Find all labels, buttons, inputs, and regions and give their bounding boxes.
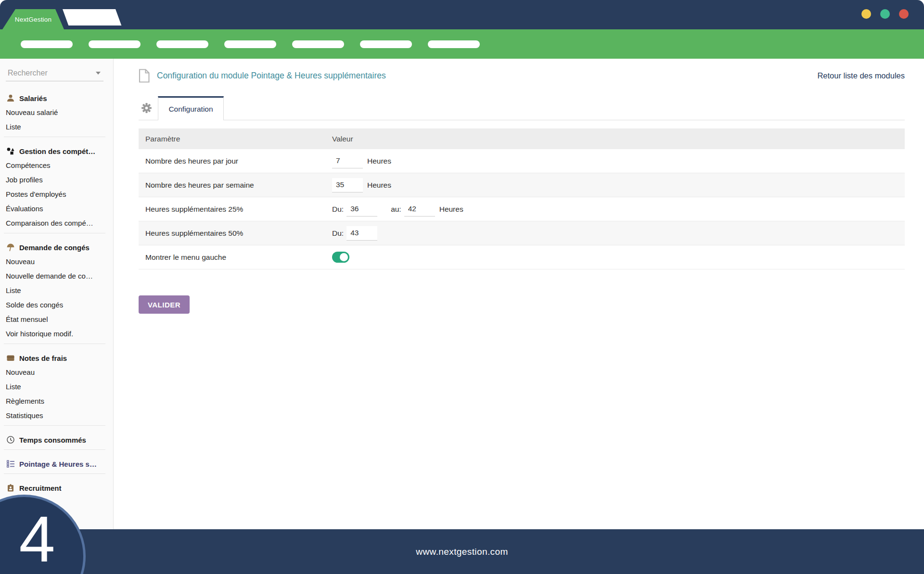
sidebar-divider — [4, 137, 105, 137]
table-header: Paramètre Valeur — [139, 128, 905, 149]
hours-per-day-input[interactable] — [332, 154, 363, 168]
param-label: Heures supplémentaires 25% — [139, 205, 331, 214]
hours-per-week-input[interactable] — [332, 178, 363, 192]
footer-url: www.nextgestion.com — [416, 547, 508, 557]
sidebar-section-label: Recruitment — [19, 484, 62, 492]
badge-icon — [6, 484, 15, 493]
page-title: Configuration du module Pointage & Heure… — [157, 71, 386, 81]
sidebar-section-pointage[interactable]: Pointage & Heures s… — [6, 457, 113, 471]
toggle-knob — [340, 253, 348, 261]
sidebar-item[interactable]: Nouvelle demande de co… — [6, 269, 113, 283]
unit-label: Heures — [367, 181, 391, 190]
du-label: Du: — [332, 205, 344, 214]
sidebar-divider — [4, 233, 105, 233]
overtime25-from-input[interactable] — [346, 202, 377, 217]
sidebar-section-competences[interactable]: Gestion des compét… — [6, 144, 113, 158]
shapes-icon — [6, 147, 15, 156]
menu-pill[interactable] — [156, 40, 208, 48]
overtime50-from-input[interactable] — [346, 226, 377, 241]
table-row: Heures supplémentaires 25% Du: au: Heure… — [139, 197, 905, 221]
chevron-down-icon — [96, 72, 101, 75]
window-dot-red[interactable] — [899, 9, 909, 19]
sidebar-divider — [4, 344, 105, 344]
menu-pill[interactable] — [21, 40, 73, 48]
au-label: au: — [391, 205, 401, 214]
param-label: Montrer le menu gauche — [139, 253, 331, 262]
unit-label: Heures — [367, 157, 391, 166]
clock-icon — [6, 435, 15, 445]
window-dot-yellow[interactable] — [861, 9, 871, 19]
window-dot-teal[interactable] — [880, 9, 890, 19]
menu-pill[interactable] — [292, 40, 344, 48]
column-header-parametre: Paramètre — [139, 135, 331, 143]
overtime25-to-input[interactable] — [404, 202, 435, 217]
sidebar-divider — [4, 425, 105, 426]
redacted-nav-block — [63, 9, 121, 26]
window-dots — [861, 9, 909, 19]
sidebar-item[interactable]: État mensuel — [6, 312, 113, 327]
umbrella-icon — [6, 243, 15, 252]
sidebar-item[interactable]: Job profiles — [6, 173, 113, 187]
sidebar-item[interactable]: Postes d'employés — [6, 187, 113, 202]
sidebar-item[interactable]: Liste — [6, 283, 113, 298]
valider-button[interactable]: VALIDER — [139, 295, 190, 314]
sidebar-item[interactable]: Statistiques — [6, 408, 113, 423]
sidebar-section-label: Demande de congés — [19, 243, 90, 252]
table-row: Nombre des heures par semaine Heures — [139, 173, 905, 197]
sidebar-section-label: Temps consommés — [19, 436, 86, 444]
file-icon — [139, 69, 150, 83]
sidebar-section-salaries[interactable]: Salariés — [6, 91, 113, 105]
footer: www.nextgestion.com — [0, 529, 924, 574]
sidebar-item[interactable]: Compétences — [6, 158, 113, 173]
main-menubar — [0, 29, 924, 59]
sidebar-section-label: Pointage & Heures s… — [19, 460, 97, 468]
table-row: Heures supplémentaires 50% Du: — [139, 221, 905, 245]
page-number: 4 — [19, 502, 55, 574]
sidebar-divider — [4, 473, 105, 474]
tab-configuration[interactable]: Configuration — [158, 96, 224, 120]
person-icon — [6, 94, 15, 103]
checklist-icon — [6, 459, 15, 469]
sidebar-item[interactable]: Évaluations — [6, 202, 113, 216]
menu-pill[interactable] — [89, 40, 141, 48]
menu-pill[interactable] — [360, 40, 412, 48]
sidebar-item[interactable]: Règlements — [6, 394, 113, 408]
sidebar-section-label: Notes de frais — [19, 354, 67, 362]
main-content: Configuration du module Pointage & Heure… — [114, 59, 924, 529]
unit-label: Heures — [439, 205, 463, 214]
param-label: Nombre des heures par jour — [139, 157, 331, 166]
du-label: Du: — [332, 229, 344, 238]
sidebar-item[interactable]: Liste — [6, 380, 113, 394]
sidebar-item[interactable]: Voir historique modif. — [6, 327, 113, 341]
sidebar-section-notes-frais[interactable]: Notes de frais — [6, 351, 113, 365]
search-input[interactable]: Rechercher — [6, 65, 103, 81]
wallet-icon — [6, 354, 15, 363]
tab-bar: Configuration — [139, 96, 905, 120]
sidebar-section-temps[interactable]: Temps consommés — [6, 433, 113, 447]
sidebar-section-recruitment[interactable]: Recruitment — [6, 481, 113, 495]
sidebar-section-label: Salariés — [19, 94, 47, 102]
sidebar-item[interactable]: Comparaison des compé… — [6, 216, 113, 230]
configuration-table: Paramètre Valeur Nombre des heures par j… — [139, 128, 905, 269]
top-navbar: NextGestion — [0, 0, 924, 29]
sidebar-divider — [4, 449, 105, 450]
sidebar-item[interactable]: Nouveau — [6, 365, 113, 380]
brand-logo[interactable]: NextGestion — [2, 9, 64, 29]
search-placeholder: Rechercher — [6, 69, 48, 77]
sidebar-item[interactable]: Nouveau salarié — [6, 105, 113, 120]
application-window: NextGestion Rechercher Salariés Nouve — [0, 0, 924, 574]
sidebar-section-conges[interactable]: Demande de congés — [6, 240, 113, 255]
menu-pill[interactable] — [428, 40, 480, 48]
sidebar-item[interactable]: Solde des congés — [6, 298, 113, 312]
sidebar: Rechercher Salariés Nouveau salarié List… — [0, 59, 114, 529]
sidebar-section-label: Gestion des compét… — [19, 147, 95, 155]
gear-icon — [141, 102, 152, 114]
back-to-modules-link[interactable]: Retour liste des modules — [817, 71, 905, 80]
sidebar-item[interactable]: Liste — [6, 120, 113, 134]
param-label: Nombre des heures par semaine — [139, 181, 331, 190]
sidebar-item[interactable]: Nouveau — [6, 255, 113, 269]
table-row: Montrer le menu gauche — [139, 245, 905, 269]
menu-pill[interactable] — [224, 40, 276, 48]
param-label: Heures supplémentaires 50% — [139, 229, 331, 238]
show-left-menu-toggle[interactable] — [332, 252, 349, 263]
